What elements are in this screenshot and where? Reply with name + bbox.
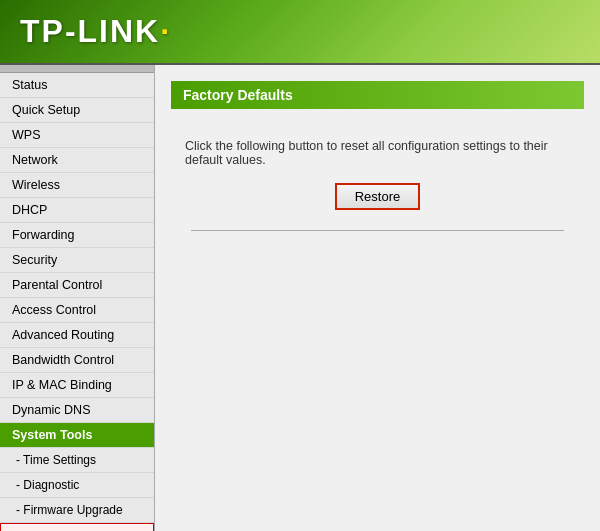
description-text: Click the following button to reset all … xyxy=(185,139,580,167)
sidebar-item-dhcp[interactable]: DHCP xyxy=(0,198,154,223)
logo: TP-LINK· xyxy=(20,13,171,50)
main-layout: StatusQuick SetupWPSNetworkWirelessDHCPF… xyxy=(0,65,600,531)
restore-button[interactable]: Restore xyxy=(335,183,421,210)
sidebar-item-bandwidth-control[interactable]: Bandwidth Control xyxy=(0,348,154,373)
sidebar-item-factory-defaults[interactable]: - Factory Defaults xyxy=(0,523,154,531)
logo-text: TP-LINK xyxy=(20,13,160,49)
sidebar-item-parental-control[interactable]: Parental Control xyxy=(0,273,154,298)
sidebar-item-time-settings[interactable]: - Time Settings xyxy=(0,448,154,473)
sidebar-item-system-tools[interactable]: System Tools xyxy=(0,423,154,448)
restore-button-wrap: Restore xyxy=(175,183,580,210)
logo-dot: · xyxy=(160,13,171,49)
page-title: Factory Defaults xyxy=(183,87,293,103)
sidebar-item-ip-mac-binding[interactable]: IP & MAC Binding xyxy=(0,373,154,398)
sidebar-item-network[interactable]: Network xyxy=(0,148,154,173)
sidebar-item-access-control[interactable]: Access Control xyxy=(0,298,154,323)
sidebar: StatusQuick SetupWPSNetworkWirelessDHCPF… xyxy=(0,65,155,531)
sidebar-item-wps[interactable]: WPS xyxy=(0,123,154,148)
content-area: Factory Defaults Click the following but… xyxy=(155,65,600,531)
separator xyxy=(191,230,564,231)
scroll-track xyxy=(0,65,154,73)
header: TP-LINK· xyxy=(0,0,600,65)
sidebar-item-quick-setup[interactable]: Quick Setup xyxy=(0,98,154,123)
sidebar-item-status[interactable]: Status xyxy=(0,73,154,98)
sidebar-item-forwarding[interactable]: Forwarding xyxy=(0,223,154,248)
sidebar-item-diagnostic[interactable]: - Diagnostic xyxy=(0,473,154,498)
sidebar-item-advanced-routing[interactable]: Advanced Routing xyxy=(0,323,154,348)
content-body: Click the following button to reset all … xyxy=(155,129,600,261)
sidebar-item-firmware-upgrade[interactable]: - Firmware Upgrade xyxy=(0,498,154,523)
sidebar-item-security[interactable]: Security xyxy=(0,248,154,273)
sidebar-item-dynamic-dns[interactable]: Dynamic DNS xyxy=(0,398,154,423)
page-title-bar: Factory Defaults xyxy=(171,81,584,109)
sidebar-item-wireless[interactable]: Wireless xyxy=(0,173,154,198)
